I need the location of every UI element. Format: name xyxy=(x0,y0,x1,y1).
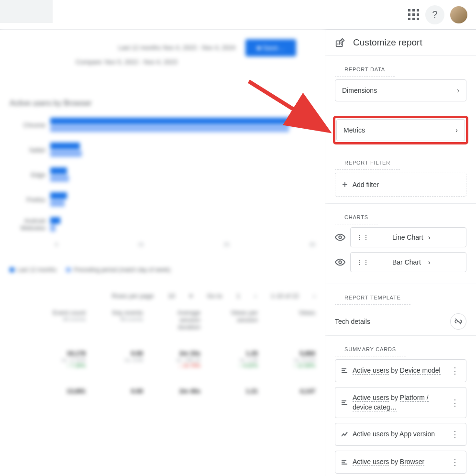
customize-icon xyxy=(335,37,345,48)
chevron-right-icon: › xyxy=(457,87,459,94)
line-chart-item[interactable]: ⋮⋮ Line Chart › xyxy=(350,227,466,247)
unlink-button[interactable] xyxy=(450,313,466,330)
bar-chart-icon xyxy=(340,367,349,375)
summary-card[interactable]: Active users by Platform / device categ…… xyxy=(335,387,466,418)
apps-icon[interactable] xyxy=(408,9,420,21)
chevron-right-icon: › xyxy=(428,233,460,241)
chevron-right-icon: › xyxy=(428,258,460,266)
bar-row: Android Webview xyxy=(10,217,315,232)
report-data-label: REPORT DATA xyxy=(335,60,395,77)
panel-title: Customize report xyxy=(353,37,422,48)
chart-title: Active users by Browser xyxy=(10,99,315,108)
summary-card[interactable]: Active users by App version⋮ xyxy=(335,423,466,446)
bar-chart-icon xyxy=(340,399,349,407)
report-template-label: REPORT TEMPLATE xyxy=(335,288,410,305)
metrics-item[interactable]: Metrics › xyxy=(336,119,465,141)
bar-chart-icon xyxy=(340,458,349,466)
x-axis: 0152530 xyxy=(10,242,315,247)
date-range-prefix: Last 12 months xyxy=(118,44,161,51)
date-range: Nov 4, 2023 - Nov 4, 2024 xyxy=(163,44,236,51)
drag-handle-icon[interactable]: ⋮⋮ xyxy=(356,258,388,266)
bar-label: Android Webview xyxy=(10,217,50,232)
top-left-placeholder xyxy=(0,0,53,23)
svg-rect-0 xyxy=(336,41,343,46)
avatar[interactable] xyxy=(450,6,467,23)
visibility-icon[interactable] xyxy=(335,257,345,267)
summary-text: Active users by App version xyxy=(353,430,445,439)
bar-label: Edge xyxy=(10,171,50,178)
line-chart-label: Line Chart xyxy=(392,233,424,241)
add-filter-button[interactable]: + Add filter xyxy=(335,173,466,197)
svg-point-1 xyxy=(339,236,342,239)
summary-text: Active users by Device model xyxy=(353,366,445,376)
bar-row: Chrome xyxy=(10,117,315,133)
report-filter-label: REPORT FILTER xyxy=(335,153,400,170)
visibility-icon[interactable] xyxy=(335,232,345,243)
table-header: Event countAll eventsKey eventsAll event… xyxy=(10,309,315,331)
unlink-icon xyxy=(454,317,463,326)
table-row: 13,6910.002m 40s1.214,147 xyxy=(10,387,315,395)
summary-cards-label: SUMMARY CARDS xyxy=(335,340,406,356)
customize-panel: Customize report REPORT DATA Dimensions … xyxy=(325,30,476,476)
report-preview: Last 12 months Nov 4, 2023 - Nov 4, 2024… xyxy=(0,30,325,476)
plus-icon: + xyxy=(342,180,348,189)
summary-text: Active users by Browser xyxy=(353,457,445,467)
table-row: 19,178vs. 17,876↑ 7.28%0.00vs. 0.002m 33… xyxy=(10,350,315,368)
help-button[interactable]: ? xyxy=(425,5,444,24)
add-filter-label: Add filter xyxy=(353,181,379,188)
bar-row: Firefox xyxy=(10,192,315,207)
metrics-label: Metrics xyxy=(343,126,365,134)
metrics-highlight: Metrics › xyxy=(333,116,468,144)
more-menu-icon[interactable]: ⋮ xyxy=(449,429,461,440)
dimensions-label: Dimensions xyxy=(342,87,377,94)
bar-label: Chrome xyxy=(10,122,50,129)
compare-range: Compare: Nov 5, 2022 - Nov 4, 2023 xyxy=(10,58,296,66)
app-header: ? xyxy=(0,0,476,30)
drag-handle-icon[interactable]: ⋮⋮ xyxy=(356,233,388,241)
panel-header: Customize report xyxy=(325,30,476,55)
bar-chart: ChromeSafariEdgeFirefoxAndroid Webview 0… xyxy=(10,117,315,247)
svg-point-2 xyxy=(339,261,342,264)
table-controls: Rows per page 10▾ Go to 1 ‹ 1-10 of 22 › xyxy=(10,292,315,299)
summary-card[interactable]: Active users by Device model⋮ xyxy=(335,359,466,382)
chart-legend: Last 12 months Preceding period (match d… xyxy=(10,266,315,273)
line-chart-icon xyxy=(340,431,349,438)
bar-chart-item[interactable]: ⋮⋮ Bar Chart › xyxy=(350,252,466,272)
more-menu-icon[interactable]: ⋮ xyxy=(449,365,461,376)
bar-label: Firefox xyxy=(10,196,50,203)
more-menu-icon[interactable]: ⋮ xyxy=(449,457,461,467)
summary-text: Active users by Platform / device categ… xyxy=(353,393,445,412)
charts-label: CHARTS xyxy=(335,208,378,224)
dimensions-item[interactable]: Dimensions › xyxy=(335,79,466,101)
bar-chart-label: Bar Chart xyxy=(392,258,424,266)
template-name: Tech details xyxy=(335,318,370,325)
more-menu-icon[interactable]: ⋮ xyxy=(449,398,461,408)
bar-row: Edge xyxy=(10,167,315,182)
chevron-right-icon: › xyxy=(455,126,458,134)
summary-card[interactable]: Active users by Browser⋮ xyxy=(335,451,466,474)
bar-label: Safari xyxy=(10,146,50,154)
save-button[interactable]: ■ Save… xyxy=(245,39,296,56)
bar-row: Safari xyxy=(10,142,315,157)
